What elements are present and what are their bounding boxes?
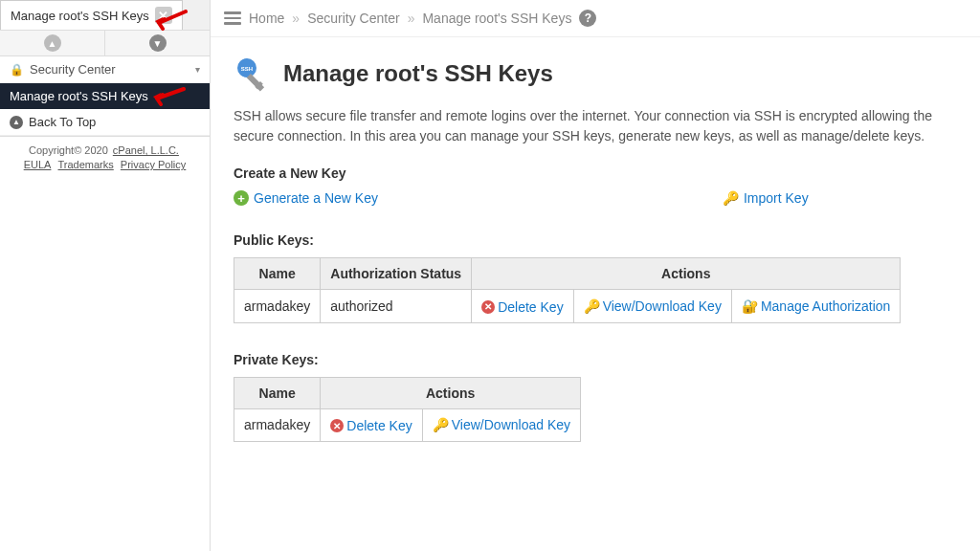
generate-key-link[interactable]: + Generate a New Key (234, 190, 378, 206)
table-header-actions: Actions (321, 377, 581, 408)
key-auth-icon: 🔐 (742, 298, 758, 314)
manage-auth-link[interactable]: 🔐Manage Authorization (742, 298, 890, 314)
annotation-arrow-icon (153, 10, 188, 31)
breadcrumb-home[interactable]: Home (249, 11, 284, 26)
nav-arrows: ▲ ▼ (0, 31, 210, 56)
tab-bar: Manage root's SSH Keys ✕ (0, 0, 210, 31)
nav-prev[interactable]: ▲ (0, 31, 105, 55)
help-icon[interactable]: ? (579, 10, 596, 27)
sidebar-footer: Copyright© 2020 cPanel, L.L.C. EULA Trad… (0, 136, 210, 178)
nav-next[interactable]: ▼ (105, 31, 210, 55)
private-keys-table: Name Actions armadakey ✕ Delete Key 🔑Vie… (234, 377, 581, 443)
table-row: armadakey authorized ✕Delete Key 🔑View/D… (234, 290, 901, 323)
annotation-arrow-icon (151, 85, 186, 106)
page-description: SSH allows secure file transfer and remo… (234, 106, 957, 146)
key-status-cell: authorized (321, 290, 472, 323)
key-icon: 🔑 (584, 298, 600, 314)
sidebar-section-security[interactable]: 🔒 Security Center ▾ (0, 56, 210, 83)
table-header-name: Name (234, 258, 321, 290)
create-key-heading: Create a New Key (234, 165, 957, 181)
view-key-link[interactable]: 🔑View/Download Key (433, 417, 570, 432)
key-name-cell: armadakey (234, 408, 321, 442)
svg-text:SSH: SSH (241, 66, 253, 72)
copyright-text: Copyright© 2020 (29, 144, 111, 156)
chevron-down-icon: ▾ (195, 64, 200, 75)
table-header-actions: Actions (472, 258, 901, 290)
sidebar-item-label: Manage root's SSH Keys (10, 89, 148, 103)
breadcrumb-current: Manage root's SSH Keys (422, 11, 571, 26)
svg-rect-2 (247, 74, 264, 91)
arrow-up-icon: ▲ (10, 116, 23, 129)
view-key-link[interactable]: 🔑View/Download Key (584, 298, 722, 314)
private-keys-heading: Private Keys: (234, 352, 957, 367)
breadcrumb-bar: Home » Security Center » Manage root's S… (211, 0, 980, 37)
breadcrumb-separator: » (292, 11, 300, 26)
import-key-link[interactable]: 🔑 Import Key (723, 190, 809, 206)
sidebar-section-label: Security Center (30, 62, 116, 77)
delete-icon: ✕ (330, 419, 344, 432)
ssh-key-icon: SSH (234, 55, 272, 93)
menu-icon[interactable] (224, 11, 241, 25)
page-title: Manage root's SSH Keys (283, 60, 553, 87)
chevron-down-icon: ▼ (149, 34, 167, 52)
page-header: SSH Manage root's SSH Keys (234, 55, 957, 93)
breadcrumb-separator: » (408, 11, 415, 26)
sidebar-item-manage-ssh[interactable]: Manage root's SSH Keys (0, 83, 210, 109)
footer-link-trademarks[interactable]: Trademarks (58, 159, 114, 170)
delete-key-link[interactable]: ✕Delete Key (481, 299, 563, 315)
footer-link-eula[interactable]: EULA (24, 159, 52, 170)
table-header-name: Name (234, 377, 321, 408)
public-keys-table: Name Authorization Status Actions armada… (234, 257, 901, 323)
sidebar-item-back-to-top[interactable]: ▲ Back To Top (0, 109, 210, 136)
footer-link-privacy[interactable]: Privacy Policy (121, 159, 186, 170)
delete-key-link[interactable]: ✕ Delete Key (330, 418, 412, 433)
company-link[interactable]: cPanel, L.L.C. (113, 144, 179, 156)
key-icon: 🔑 (433, 417, 449, 432)
chevron-up-icon: ▲ (44, 34, 61, 52)
public-keys-heading: Public Keys: (234, 232, 957, 248)
lock-icon: 🔒 (10, 63, 24, 77)
table-row: armadakey ✕ Delete Key 🔑View/Download Ke… (234, 408, 581, 442)
plus-icon: + (234, 190, 249, 206)
key-icon: 🔑 (723, 190, 739, 206)
generate-key-label: Generate a New Key (254, 190, 378, 206)
key-name-cell: armadakey (234, 290, 321, 323)
breadcrumb-section[interactable]: Security Center (307, 11, 399, 26)
import-key-label: Import Key (744, 190, 809, 206)
sidebar-item-label: Back To Top (29, 115, 96, 129)
table-header-status: Authorization Status (321, 258, 472, 290)
tab-title: Manage root's SSH Keys (11, 9, 149, 23)
delete-icon: ✕ (481, 300, 495, 314)
